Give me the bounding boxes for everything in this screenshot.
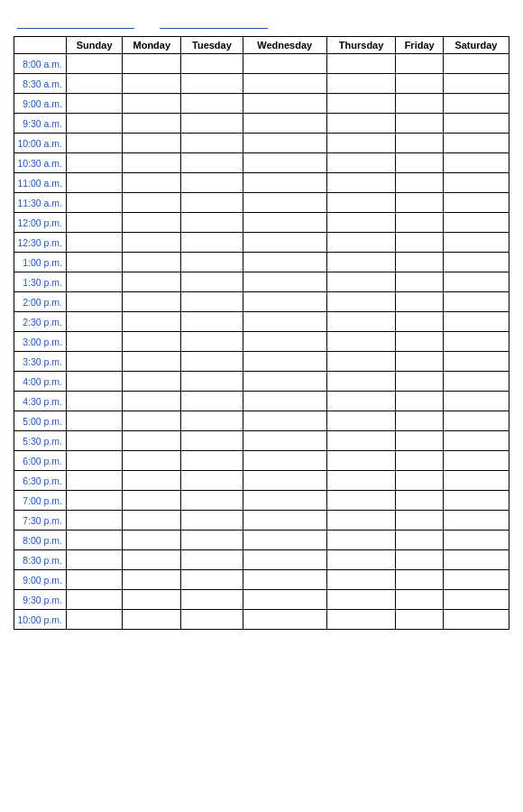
calendar-cell[interactable] (181, 392, 243, 411)
calendar-cell[interactable] (443, 511, 509, 531)
calendar-cell[interactable] (67, 114, 123, 134)
calendar-cell[interactable] (243, 411, 326, 431)
calendar-cell[interactable] (326, 134, 396, 153)
calendar-cell[interactable] (123, 332, 181, 352)
calendar-cell[interactable] (243, 590, 326, 610)
calendar-cell[interactable] (181, 74, 243, 94)
calendar-cell[interactable] (396, 570, 444, 590)
calendar-cell[interactable] (181, 233, 243, 253)
calendar-cell[interactable] (181, 471, 243, 491)
calendar-cell[interactable] (443, 550, 509, 570)
calendar-cell[interactable] (443, 491, 509, 511)
calendar-cell[interactable] (326, 272, 396, 292)
calendar-cell[interactable] (181, 531, 243, 550)
calendar-cell[interactable] (326, 292, 396, 312)
calendar-cell[interactable] (181, 332, 243, 352)
calendar-cell[interactable] (67, 253, 123, 272)
calendar-cell[interactable] (396, 292, 444, 312)
calendar-cell[interactable] (123, 372, 181, 392)
calendar-cell[interactable] (181, 431, 243, 451)
calendar-cell[interactable] (443, 134, 509, 153)
calendar-cell[interactable] (443, 233, 509, 253)
calendar-cell[interactable] (67, 431, 123, 451)
calendar-cell[interactable] (67, 372, 123, 392)
calendar-cell[interactable] (396, 312, 444, 332)
calendar-cell[interactable] (396, 531, 444, 550)
calendar-cell[interactable] (326, 312, 396, 332)
calendar-cell[interactable] (326, 233, 396, 253)
calendar-cell[interactable] (396, 54, 444, 74)
calendar-cell[interactable] (396, 74, 444, 94)
calendar-cell[interactable] (326, 173, 396, 193)
calendar-cell[interactable] (443, 94, 509, 114)
calendar-cell[interactable] (181, 153, 243, 173)
calendar-cell[interactable] (443, 153, 509, 173)
calendar-cell[interactable] (243, 253, 326, 272)
calendar-cell[interactable] (181, 173, 243, 193)
calendar-cell[interactable] (396, 471, 444, 491)
calendar-cell[interactable] (243, 352, 326, 372)
calendar-cell[interactable] (326, 392, 396, 411)
calendar-cell[interactable] (326, 54, 396, 74)
calendar-cell[interactable] (396, 213, 444, 233)
calendar-cell[interactable] (123, 590, 181, 610)
calendar-cell[interactable] (123, 352, 181, 372)
calendar-cell[interactable] (123, 292, 181, 312)
calendar-cell[interactable] (243, 272, 326, 292)
calendar-cell[interactable] (396, 332, 444, 352)
calendar-cell[interactable] (181, 54, 243, 74)
calendar-cell[interactable] (443, 610, 509, 630)
calendar-cell[interactable] (123, 54, 181, 74)
calendar-cell[interactable] (181, 491, 243, 511)
calendar-cell[interactable] (396, 233, 444, 253)
calendar-cell[interactable] (326, 213, 396, 233)
calendar-cell[interactable] (67, 411, 123, 431)
calendar-cell[interactable] (181, 253, 243, 272)
calendar-cell[interactable] (123, 511, 181, 531)
calendar-cell[interactable] (123, 94, 181, 114)
calendar-cell[interactable] (443, 451, 509, 471)
calendar-cell[interactable] (326, 471, 396, 491)
calendar-cell[interactable] (443, 213, 509, 233)
calendar-cell[interactable] (326, 193, 396, 213)
calendar-cell[interactable] (243, 550, 326, 570)
calendar-cell[interactable] (123, 491, 181, 511)
calendar-cell[interactable] (67, 471, 123, 491)
calendar-cell[interactable] (123, 312, 181, 332)
calendar-cell[interactable] (326, 94, 396, 114)
calendar-cell[interactable] (396, 610, 444, 630)
calendar-cell[interactable] (443, 431, 509, 451)
calendar-cell[interactable] (123, 193, 181, 213)
calendar-cell[interactable] (67, 491, 123, 511)
calendar-cell[interactable] (123, 114, 181, 134)
calendar-cell[interactable] (67, 610, 123, 630)
calendar-cell[interactable] (181, 114, 243, 134)
calendar-cell[interactable] (67, 570, 123, 590)
calendar-cell[interactable] (326, 411, 396, 431)
calendar-cell[interactable] (181, 451, 243, 471)
calendar-cell[interactable] (243, 94, 326, 114)
calendar-cell[interactable] (67, 74, 123, 94)
calendar-cell[interactable] (443, 411, 509, 431)
calendar-cell[interactable] (181, 610, 243, 630)
calendar-cell[interactable] (396, 193, 444, 213)
calendar-cell[interactable] (443, 332, 509, 352)
calendar-cell[interactable] (67, 550, 123, 570)
calendar-cell[interactable] (181, 570, 243, 590)
calendar-cell[interactable] (181, 94, 243, 114)
calendar-cell[interactable] (181, 590, 243, 610)
calendar-cell[interactable] (181, 550, 243, 570)
calendar-cell[interactable] (181, 134, 243, 153)
calendar-cell[interactable] (123, 272, 181, 292)
calendar-cell[interactable] (243, 531, 326, 550)
calendar-cell[interactable] (396, 511, 444, 531)
calendar-cell[interactable] (67, 94, 123, 114)
calendar-cell[interactable] (326, 451, 396, 471)
calendar-cell[interactable] (123, 550, 181, 570)
calendar-cell[interactable] (67, 213, 123, 233)
calendar-cell[interactable] (396, 590, 444, 610)
calendar-cell[interactable] (181, 372, 243, 392)
calendar-cell[interactable] (243, 332, 326, 352)
calendar-cell[interactable] (326, 74, 396, 94)
calendar-cell[interactable] (243, 312, 326, 332)
